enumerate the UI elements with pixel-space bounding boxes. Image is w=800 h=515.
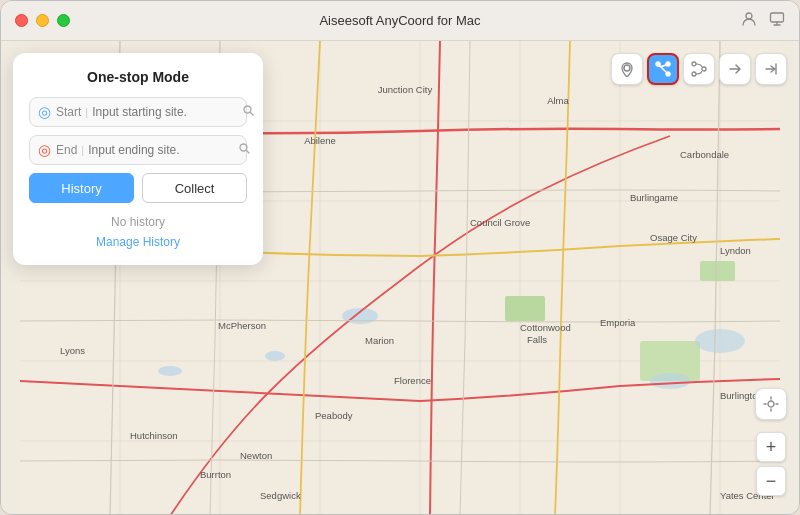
start-icon: ◎: [38, 103, 51, 121]
titlebar-actions: [741, 11, 785, 31]
panel-title: One-stop Mode: [29, 69, 247, 85]
svg-text:Burlingame: Burlingame: [630, 192, 678, 203]
minimize-button[interactable]: [36, 14, 49, 27]
svg-text:Sedgwick: Sedgwick: [260, 490, 301, 501]
end-input-row[interactable]: ◎ End |: [29, 135, 247, 165]
zoom-in-btn[interactable]: +: [756, 432, 786, 462]
svg-point-53: [240, 144, 247, 151]
end-icon: ◎: [38, 141, 51, 159]
monitor-icon[interactable]: [769, 11, 785, 31]
collect-tab[interactable]: Collect: [142, 173, 247, 203]
person-icon[interactable]: [741, 11, 757, 31]
start-input[interactable]: [92, 105, 242, 119]
export-btn[interactable]: [755, 53, 787, 85]
map-container: Junction City Alma Abilene Carbondale Bu…: [1, 41, 799, 515]
svg-point-52: [244, 106, 251, 113]
svg-text:Florence: Florence: [394, 375, 431, 386]
svg-point-19: [158, 366, 182, 376]
route-mode-btn[interactable]: [647, 53, 679, 85]
svg-text:Newton: Newton: [240, 450, 272, 461]
traffic-lights: [15, 14, 70, 27]
svg-text:Hutchinson: Hutchinson: [130, 430, 178, 441]
no-history-text: No history: [29, 215, 247, 229]
location-pin-btn[interactable]: [611, 53, 643, 85]
svg-rect-1: [771, 13, 784, 22]
app-title: Aiseesoft AnyCoord for Mac: [319, 13, 480, 28]
svg-rect-17: [700, 261, 735, 281]
svg-text:Lyons: Lyons: [60, 345, 85, 356]
end-input[interactable]: [88, 143, 238, 157]
svg-text:Abilene: Abilene: [304, 135, 336, 146]
svg-text:McPherson: McPherson: [218, 320, 266, 331]
svg-text:Peabody: Peabody: [315, 410, 353, 421]
svg-point-20: [265, 351, 285, 361]
map-toolbar: [611, 53, 787, 85]
multi-route-btn[interactable]: [683, 53, 715, 85]
titlebar: Aiseesoft AnyCoord for Mac: [1, 1, 799, 41]
svg-point-45: [624, 65, 630, 71]
svg-point-0: [746, 13, 752, 19]
my-location-btn[interactable]: [755, 388, 787, 420]
zoom-out-btn[interactable]: −: [756, 466, 786, 496]
svg-text:Alma: Alma: [547, 95, 569, 106]
svg-point-54: [768, 401, 774, 407]
end-search-icon: [238, 142, 251, 158]
svg-point-49: [692, 62, 696, 66]
svg-text:Cottonwood: Cottonwood: [520, 322, 571, 333]
manage-history-link[interactable]: Manage History: [29, 235, 247, 249]
svg-point-50: [702, 67, 706, 71]
svg-text:Council Grove: Council Grove: [470, 217, 530, 228]
zoom-location-group: + −: [755, 388, 787, 496]
start-label: Start: [56, 105, 81, 119]
svg-text:Marion: Marion: [365, 335, 394, 346]
svg-text:Osage City: Osage City: [650, 232, 697, 243]
svg-point-51: [692, 72, 696, 76]
close-button[interactable]: [15, 14, 28, 27]
svg-text:Carbondale: Carbondale: [680, 149, 729, 160]
jump-btn[interactable]: [719, 53, 751, 85]
one-stop-panel: One-stop Mode ◎ Start | ◎ End |: [13, 53, 263, 265]
end-label: End: [56, 143, 77, 157]
history-tab[interactable]: History: [29, 173, 134, 203]
svg-text:Emporia: Emporia: [600, 317, 636, 328]
app-window: Aiseesoft AnyCoord for Mac: [0, 0, 800, 515]
tab-row: History Collect: [29, 173, 247, 203]
svg-text:Junction City: Junction City: [378, 84, 433, 95]
svg-rect-15: [505, 296, 545, 321]
start-search-icon: [242, 104, 255, 120]
start-input-row[interactable]: ◎ Start |: [29, 97, 247, 127]
svg-point-21: [695, 329, 745, 353]
svg-text:Lyndon: Lyndon: [720, 245, 751, 256]
svg-point-22: [650, 373, 690, 389]
maximize-button[interactable]: [57, 14, 70, 27]
svg-text:Falls: Falls: [527, 334, 547, 345]
svg-text:Burrton: Burrton: [200, 469, 231, 480]
